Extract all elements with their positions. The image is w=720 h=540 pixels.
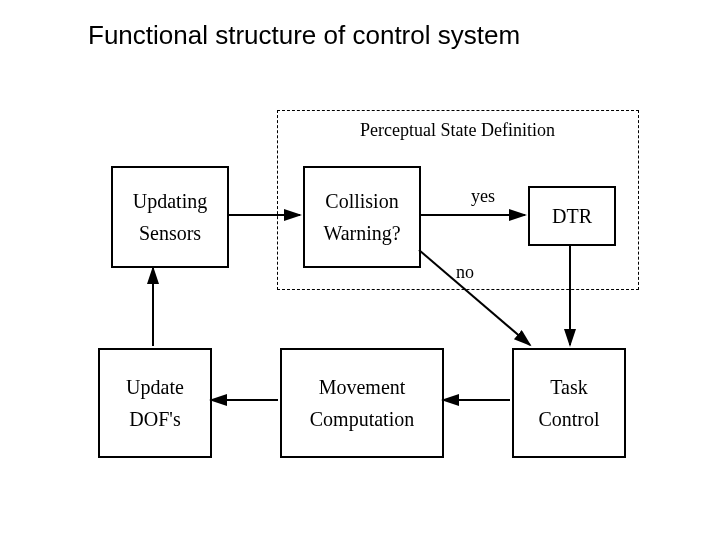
collision-warning-box: Collision Warning? <box>303 166 421 268</box>
update-dofs-line2: DOF's <box>129 403 180 435</box>
update-dofs-box: Update DOF's <box>98 348 212 458</box>
updating-sensors-line2: Sensors <box>139 217 201 249</box>
task-control-line1: Task <box>550 371 587 403</box>
dtr-line1: DTR <box>552 200 592 232</box>
task-control-line2: Control <box>538 403 599 435</box>
collision-warning-line1: Collision <box>325 185 398 217</box>
no-label: no <box>456 262 474 283</box>
yes-label: yes <box>471 186 495 207</box>
collision-warning-line2: Warning? <box>323 217 400 249</box>
movement-computation-box: Movement Computation <box>280 348 444 458</box>
dtr-box: DTR <box>528 186 616 246</box>
update-dofs-line1: Update <box>126 371 184 403</box>
updating-sensors-box: Updating Sensors <box>111 166 229 268</box>
task-control-box: Task Control <box>512 348 626 458</box>
movement-computation-line1: Movement <box>319 371 406 403</box>
page-title: Functional structure of control system <box>88 20 520 51</box>
movement-computation-line2: Computation <box>310 403 414 435</box>
updating-sensors-line1: Updating <box>133 185 207 217</box>
perceptual-state-definition-label: Perceptual State Definition <box>360 120 555 141</box>
